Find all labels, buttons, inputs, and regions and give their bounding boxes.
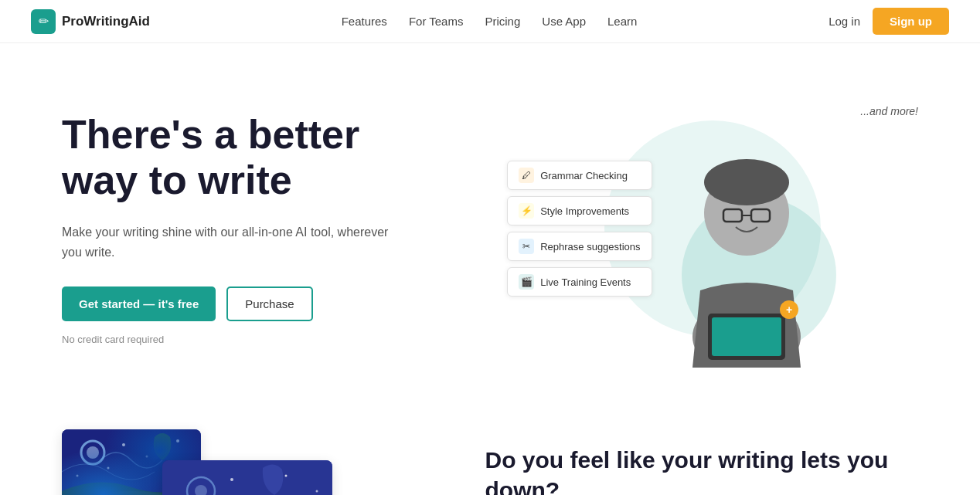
grammar-label: Grammar Checking [540, 170, 628, 181]
get-started-button[interactable]: Get started — it's free [62, 286, 216, 321]
second-section: My idea in my head Do you feel like your… [0, 398, 980, 495]
hero-note: No credit card required [62, 334, 433, 345]
second-section-title: Do you feel like your writing lets you d… [485, 445, 918, 495]
nav-link-features[interactable]: Features [342, 15, 387, 28]
training-label: Live Training Events [540, 276, 631, 288]
brand-name: ProWritingAid [62, 14, 150, 29]
svg-point-15 [146, 456, 148, 458]
nav-link-for-teams[interactable]: For Teams [409, 15, 464, 28]
person-illustration: + [662, 136, 832, 368]
nav-link-pricing[interactable]: Pricing [485, 15, 520, 28]
and-more-label: ...and more! [860, 105, 918, 117]
svg-point-23 [230, 478, 233, 481]
svg-point-25 [316, 490, 318, 493]
purchase-button[interactable]: Purchase [226, 286, 312, 321]
signup-button[interactable]: Sign up [873, 8, 949, 35]
style-icon: ⚡ [519, 203, 534, 219]
training-icon: 🎬 [519, 274, 534, 290]
feature-card-style: ⚡ Style Improvements [507, 196, 652, 225]
hero-section: There's a better way to write Make your … [0, 43, 980, 398]
feature-cards-list: 🖊 Grammar Checking ⚡ Style Improvements … [507, 161, 652, 297]
hero-left: There's a better way to write Make your … [62, 112, 433, 346]
svg-point-18 [77, 475, 79, 477]
svg-point-17 [176, 439, 179, 442]
svg-point-24 [285, 475, 288, 477]
style-label: Style Improvements [540, 205, 629, 217]
feature-card-training: 🎬 Live Training Events [507, 267, 652, 297]
nav-link-learn[interactable]: Learn [607, 15, 637, 28]
svg-text:+: + [786, 303, 792, 316]
hero-subtitle: Make your writing shine with our all-in-… [62, 222, 402, 262]
svg-rect-7 [712, 317, 781, 356]
svg-point-16 [107, 467, 110, 470]
svg-point-12 [81, 441, 104, 464]
login-link[interactable]: Log in [829, 15, 860, 28]
feature-card-rephrase: ✂ Rephrase suggestions [507, 232, 652, 261]
rephrase-icon: ✂ [519, 239, 534, 254]
hero-title: There's a better way to write [62, 112, 433, 205]
svg-point-2 [704, 159, 789, 205]
feature-card-grammar: 🖊 Grammar Checking [507, 161, 652, 190]
art-card-2: My idea in my head [162, 460, 332, 495]
brand-icon: ✏ [31, 9, 56, 34]
grammar-icon: 🖊 [519, 168, 534, 183]
second-right: Do you feel like your writing lets you d… [485, 429, 918, 495]
svg-point-14 [122, 443, 125, 446]
rephrase-label: Rephrase suggestions [540, 241, 640, 253]
second-left: My idea in my head [62, 429, 439, 495]
navbar: ✏ ProWritingAid Features For Teams Prici… [0, 0, 980, 43]
nav-actions: Log in Sign up [829, 8, 949, 35]
art-cards: My idea in my head [62, 429, 340, 495]
hero-buttons: Get started — it's free Purchase [62, 286, 433, 321]
brand-logo[interactable]: ✏ ProWritingAid [31, 9, 150, 34]
svg-point-13 [87, 446, 99, 459]
hero-right: ...and more! 🖊 Grammar Checking ⚡ Style … [507, 90, 918, 368]
nav-links: Features For Teams Pricing Use App Learn [342, 15, 638, 28]
nav-link-use-app[interactable]: Use App [542, 15, 586, 28]
